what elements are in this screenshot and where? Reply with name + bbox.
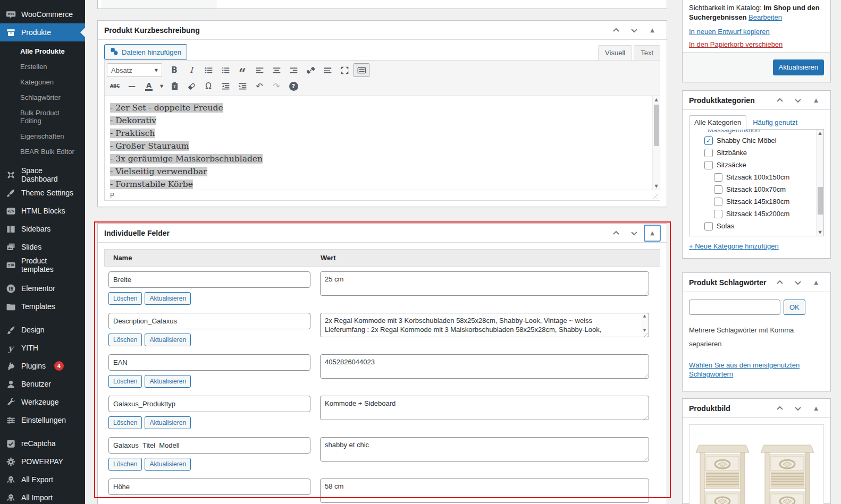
product-image-thumbnail[interactable] [689,424,824,504]
field-value-textarea[interactable]: 25 cm [320,271,649,296]
add-media-button[interactable]: Dateien hinzufügen [104,44,187,60]
submenu-eigenschaften[interactable]: Eigenschaften [0,129,85,144]
field-name-input[interactable] [108,396,310,412]
sidebar-item-slides[interactable]: Slides [0,238,85,256]
read-more-tag-icon[interactable] [319,63,335,77]
field-value-textarea[interactable]: 4052826044023 [320,354,649,379]
scrollbar-thumb[interactable] [818,187,823,215]
checkbox-icon[interactable] [704,149,713,157]
update-field-button[interactable]: Aktualisieren [145,334,191,346]
edit-visibility-link[interactable]: Bearbeiten [749,13,782,21]
scroll-down-icon[interactable]: ▼ [818,230,821,235]
scroll-down-icon[interactable]: ▼ [654,184,658,189]
blockquote-icon[interactable]: “ [234,63,250,77]
editor-resize-grip[interactable] [651,192,658,199]
fullscreen-icon[interactable] [337,63,352,77]
collapse-toggle-icon[interactable]: ▲ [808,275,824,291]
category-item[interactable]: Sitzsäcke [693,159,816,171]
scroll-up-icon[interactable]: ▲ [643,314,646,318]
choose-most-used-tags-link[interactable]: Wählen Sie aus den meistgenutzten Schlag… [689,361,800,378]
delete-field-button[interactable]: Löschen [108,292,142,305]
field-value-textarea[interactable]: 2x Regal Kommode mit 3 Korbschubladen 58… [320,313,649,337]
field-value-textarea[interactable]: Kommode + Sideboard [320,396,649,420]
checkbox-icon[interactable] [714,185,722,194]
sidebar-item-woocommerce[interactable]: Woo WooCommerce [0,5,85,23]
tag-ok-button[interactable]: OK [784,300,805,315]
sidebar-item-werkzeuge[interactable]: Werkzeuge [0,393,85,411]
field-name-input[interactable] [108,313,310,329]
sidebar-item-all-export[interactable]: All Export [0,471,85,489]
submenu-bear-bulk-editor[interactable]: BEAR Bulk Editor [0,144,85,159]
delete-field-button[interactable]: Löschen [108,334,142,346]
checkbox-icon[interactable] [714,173,722,182]
panel-header[interactable]: Produktbild ▲ [683,399,830,418]
editor-scrollbar[interactable]: ▲ ▼ [652,96,660,190]
move-down-icon[interactable] [790,92,806,108]
delete-field-button[interactable]: Löschen [108,416,142,429]
checkbox-icon[interactable] [704,161,713,169]
field-name-input[interactable] [108,271,310,288]
tab-most-used[interactable]: Häufig genutzt [752,116,798,129]
delete-field-button[interactable]: Löschen [108,458,142,471]
checkbox-icon[interactable] [704,222,713,230]
panel-header[interactable]: Produkt Kurzbeschreibung ▲ [98,21,667,40]
copy-to-draft-link[interactable]: In neuen Entwurf kopieren [689,28,824,36]
help-icon[interactable]: ? [285,79,301,93]
update-field-button[interactable]: Aktualisieren [145,458,191,471]
textarea-scrollbar[interactable]: ▲▼ [641,314,648,332]
tab-text[interactable]: Text [634,45,660,60]
sidebar-item-einstellungen[interactable]: Einstellungen [0,411,85,429]
field-value-textarea[interactable]: shabby et chic [320,437,649,462]
sidebar-item-html-blocks[interactable]: </> HTML Blocks [0,202,85,220]
indent-icon[interactable] [234,79,250,93]
update-field-button[interactable]: Aktualisieren [145,292,191,305]
category-item[interactable]: Sitzbänke [693,147,816,159]
category-item[interactable]: Sitzsack 100x150cm [693,171,816,183]
numbered-list-icon[interactable] [217,63,233,77]
collapse-toggle-icon[interactable]: ▲ [644,22,660,38]
text-color-caret-icon[interactable]: ▼ [158,79,165,93]
horizontal-rule-button[interactable]: — [124,79,140,93]
category-list-scrollbar[interactable]: ▲ ▼ [816,130,823,236]
move-down-icon[interactable] [790,275,806,291]
sidebar-item-benutzer[interactable]: Benutzer [0,375,85,393]
align-right-icon[interactable] [285,63,301,77]
category-item[interactable]: Sitzsack 145x200cm [693,208,816,220]
move-down-icon[interactable] [626,225,642,241]
delete-field-button[interactable]: Löschen [108,375,142,388]
paste-as-text-icon[interactable]: T [166,79,182,93]
toolbar-toggle-keyboard-icon[interactable] [354,63,369,77]
collapse-toggle-icon[interactable]: ▲ [644,225,660,241]
sidebar-item-product-templates[interactable]: T Product templates [0,256,85,274]
bullet-list-icon[interactable] [200,63,216,77]
sidebar-item-powerpay[interactable]: POWERPAY [0,452,85,471]
move-up-icon[interactable] [772,92,788,108]
submenu-kategorien[interactable]: Kategorien [0,74,85,90]
redo-icon[interactable]: ↷ [268,79,284,93]
field-name-input[interactable] [108,354,310,371]
sidebar-item-recaptcha[interactable]: reCaptcha [0,434,85,452]
move-down-icon[interactable] [790,400,806,416]
sidebar-item-produkte[interactable]: Produkte [0,23,85,41]
text-color-button[interactable]: A [141,79,157,93]
move-up-icon[interactable] [772,400,788,416]
sidebar-item-design[interactable]: Design [0,321,85,339]
update-field-button[interactable]: Aktualisieren [145,375,191,388]
outdent-icon[interactable] [217,79,233,93]
link-icon[interactable] [302,63,318,77]
collapse-toggle-icon[interactable]: ▲ [808,92,824,108]
editor-element-path[interactable]: P [110,192,114,199]
move-up-icon[interactable] [772,275,788,291]
strikethrough-button[interactable]: ABC [107,79,123,93]
submenu-alle-produkte[interactable]: Alle Produkte [0,44,85,59]
editor-content-area[interactable]: - 2er Set - doppelte Freude - Dekorativ … [105,96,660,190]
collapse-toggle-icon[interactable]: ▲ [808,400,824,416]
submenu-bulk-product-editing[interactable]: Bulk Product Editing [0,105,85,129]
sidebar-item-theme-settings[interactable]: Theme Settings [0,184,85,202]
sidebar-item-templates[interactable]: Templates [0,297,85,315]
submenu-schlagwoerter[interactable]: Schlagwörter [0,90,85,105]
field-name-input[interactable] [108,437,310,454]
tab-visual[interactable]: Visuell [598,45,632,60]
category-item[interactable]: Sofas [693,220,816,232]
submenu-erstellen[interactable]: Erstellen [0,59,85,74]
